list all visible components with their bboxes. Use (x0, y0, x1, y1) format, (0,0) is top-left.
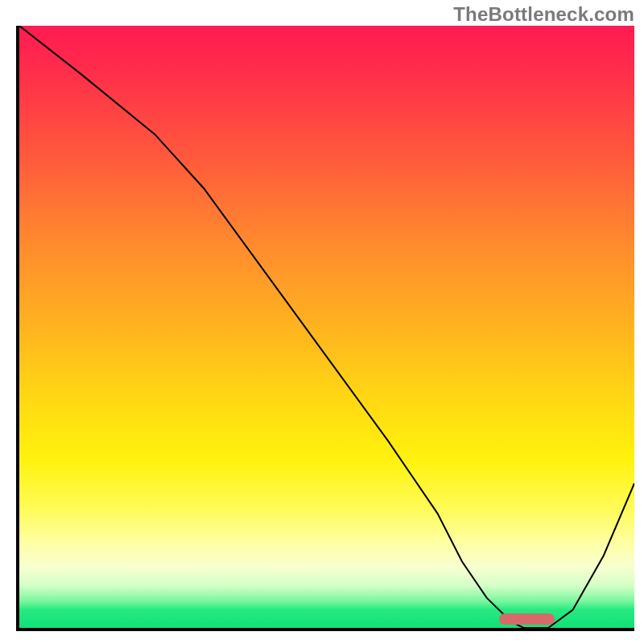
curve-path (19, 26, 634, 628)
optimal-marker (499, 613, 555, 625)
chart-plot-area (16, 26, 634, 631)
bottleneck-curve (19, 26, 634, 628)
watermark-text: TheBottleneck.com (453, 3, 634, 26)
